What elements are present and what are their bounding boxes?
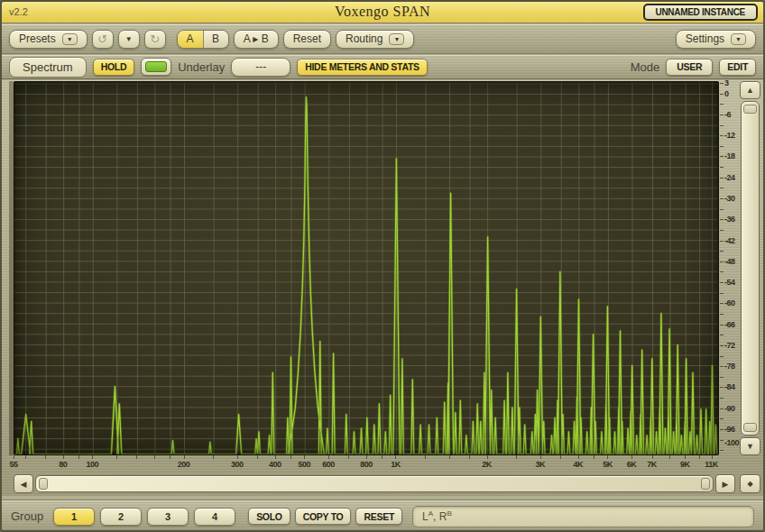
freq-tick [540,455,541,459]
undo-icon: ↺ [97,32,107,46]
db-tick [720,188,724,188]
group-button-3[interactable]: 3 [147,508,189,526]
horizontal-scrollbar[interactable]: ◀ ▶ [14,474,735,493]
freq-tick [275,455,276,459]
channels-panel: LA, RB [412,506,754,527]
db-tick [720,398,724,399]
presets-button[interactable]: Presets ▼ [9,30,88,49]
freq-tick [348,455,349,459]
presets-dropdown-icon: ▼ [62,33,78,45]
db-tick [720,230,724,231]
freq-tick [63,455,64,459]
underlay-select[interactable]: --- [231,58,290,77]
settings-button[interactable]: Settings ▼ [676,30,756,49]
ab-switch: A B [177,30,229,49]
solo-button[interactable]: SOLO [248,508,290,525]
db-label: -36 [724,215,735,224]
group-button-1[interactable]: 1 [53,508,95,526]
history-dropdown-button[interactable]: ▼ [118,30,140,49]
freq-tick [449,455,450,459]
freq-tick [425,455,426,459]
underlay-label: Underlay [178,60,225,74]
db-tick [720,440,724,441]
mode-user-button[interactable]: USER [666,59,713,76]
mode-label: Mode [631,60,660,74]
freq-label: 5K [603,460,613,469]
freq-tick [213,455,214,459]
thumb-grip-bottom[interactable] [743,423,757,432]
db-tick [720,94,724,95]
diamond-icon: ◆ [747,480,752,488]
freq-tick [712,455,713,459]
freq-tick [607,455,608,459]
hide-meters-button[interactable]: HIDE METERS AND STATS [297,59,428,76]
db-ruler: 30-6-12-18-24-30-36-42-48-54-60-66-72-78… [720,81,739,455]
group-button-2[interactable]: 2 [100,508,142,526]
db-label: -84 [724,382,735,391]
scroll-left-button[interactable]: ◀ [14,474,33,493]
db-tick [720,293,724,294]
redo-button[interactable]: ↻ [144,30,166,49]
vertical-scrollbar[interactable]: ▲ ▼ [740,81,760,455]
ab-switch-b[interactable]: B [203,31,228,48]
freq-tick [631,455,632,459]
group-button-4[interactable]: 4 [194,508,235,526]
mode-edit-button[interactable]: EDIT [719,59,756,76]
freq-tick [14,455,14,459]
db-label: 3 [724,78,729,87]
scroll-right-button[interactable]: ▶ [715,474,735,493]
undo-button[interactable]: ↺ [92,30,114,49]
frequency-ruler: 55801002003004005006008001K2K3K4K5K6K7K9… [2,455,739,474]
reset-group-button[interactable]: RESET [355,508,402,525]
db-label: 0 [724,89,729,98]
db-label: -24 [724,173,735,182]
db-tick [720,209,724,210]
thumb-grip-right[interactable] [701,478,710,490]
db-tick [720,261,724,262]
db-tick [720,345,724,346]
freq-tick [366,455,367,459]
freq-tick [136,455,137,459]
freq-tick [487,455,488,459]
freq-label: 6K [627,460,637,469]
freq-tick [382,455,382,459]
freq-label: 500 [298,460,310,469]
scroll-up-button[interactable]: ▲ [740,81,760,99]
thumb-grip-left[interactable] [39,478,48,490]
freq-tick [516,455,517,459]
a-to-b-copy-button[interactable]: A ▸ B [234,30,279,49]
horizontal-scroll-thumb[interactable] [35,475,714,492]
zoom-corner-button[interactable]: ◆ [740,474,760,493]
freq-tick [578,455,579,459]
copy-to-button[interactable]: COPY TO [295,508,352,525]
tab-spectrum[interactable]: Spectrum [9,57,87,78]
freq-tick [685,455,686,459]
freq-tick [304,455,305,459]
vertical-scroll-thumb[interactable] [741,101,760,436]
db-tick [720,178,724,179]
db-tick [720,366,724,367]
db-tick [720,167,724,168]
freq-label: 300 [231,460,244,469]
spectrum-color-button[interactable] [141,58,171,76]
ab-switch-a[interactable]: A [178,31,203,48]
freq-tick [594,455,594,459]
instance-name-button[interactable]: UNNAMED INSTANCE [643,4,758,21]
hold-button[interactable]: HOLD [93,59,135,76]
thumb-grip-top[interactable] [743,105,757,114]
freq-tick [45,455,46,459]
db-label: -66 [724,320,735,329]
db-label: -6 [724,110,731,119]
freq-label: 600 [322,460,335,469]
routing-button[interactable]: Routing ▼ [336,30,414,49]
db-tick [720,335,724,335]
db-label: -54 [724,278,735,287]
db-label: -60 [724,298,735,307]
freq-tick [92,455,93,459]
db-tick [720,251,724,252]
db-label: -90 [724,404,735,413]
scroll-down-button[interactable]: ▼ [740,437,760,455]
db-label: -48 [724,257,735,266]
reset-button[interactable]: Reset [283,30,331,49]
db-tick [720,115,724,115]
